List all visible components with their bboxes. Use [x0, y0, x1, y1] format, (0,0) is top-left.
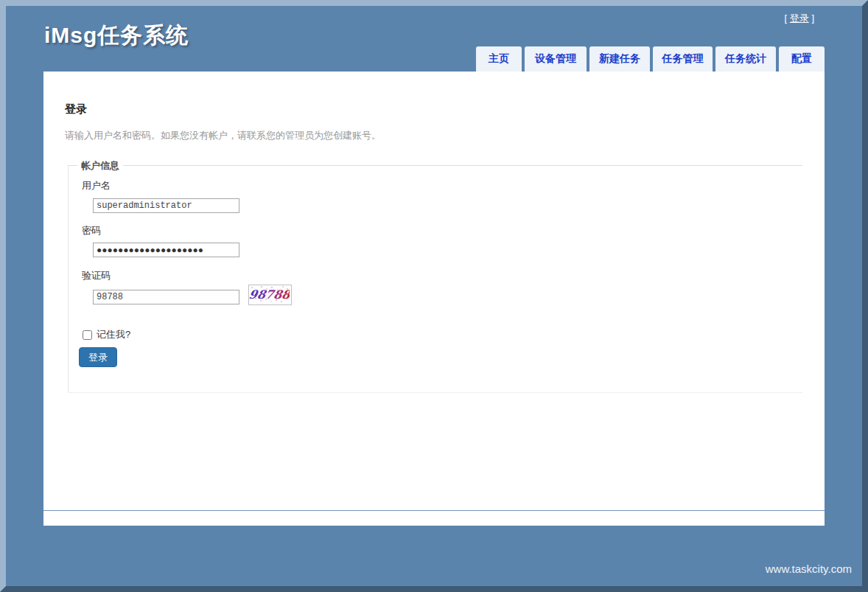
tab-config[interactable]: 配置	[779, 46, 825, 72]
remember-me-checkbox[interactable]	[83, 330, 92, 340]
login-button[interactable]: 登录	[79, 347, 117, 367]
login-panel: 登录 请输入用户名和密码。如果您没有帐户，请联系您的管理员为您创建账号。 帐户信…	[43, 72, 825, 526]
login-status: [ 登录 ]	[785, 12, 814, 25]
login-status-open-bracket: [	[785, 13, 790, 24]
site-title: iMsg任务系统	[44, 21, 189, 51]
captcha-image-text: 98788	[249, 288, 290, 302]
tab-home[interactable]: 主页	[476, 46, 522, 72]
tab-new-task[interactable]: 新建任务	[589, 46, 650, 72]
captcha-label: 验证码	[82, 269, 111, 282]
password-field[interactable]	[93, 243, 239, 257]
username-field[interactable]	[93, 198, 239, 213]
captcha-field[interactable]	[93, 290, 239, 304]
tab-task-statistics[interactable]: 任务统计	[715, 46, 776, 72]
login-instructions: 请输入用户名和密码。如果您没有帐户，请联系您的管理员为您创建账号。	[65, 129, 381, 142]
login-status-close-bracket: ]	[809, 13, 814, 24]
footer-site-url: www.taskcity.com	[766, 563, 852, 575]
captcha-image[interactable]: 98788	[248, 285, 292, 305]
remember-me-row: 记住我?	[83, 328, 130, 341]
username-label: 用户名	[82, 179, 111, 192]
main-navigation: 主页 设备管理 新建任务 任务管理 任务统计 配置	[476, 46, 825, 72]
page-title: 登录	[65, 102, 87, 116]
login-status-link[interactable]: 登录	[790, 13, 809, 24]
app-window: iMsg任务系统 [ 登录 ] 主页 设备管理 新建任务 任务管理 任务统计 配…	[0, 0, 868, 592]
captcha-image-svg: 98788	[249, 285, 290, 303]
fieldset-legend: 帐户信息	[77, 159, 123, 173]
panel-bottom-divider	[43, 510, 825, 511]
account-info-fieldset: 帐户信息 用户名 密码 验证码	[68, 165, 802, 393]
remember-me-label[interactable]: 记住我?	[97, 328, 130, 341]
password-label: 密码	[82, 224, 101, 237]
tab-task-manage[interactable]: 任务管理	[653, 46, 713, 72]
tab-device-manage[interactable]: 设备管理	[525, 46, 587, 72]
